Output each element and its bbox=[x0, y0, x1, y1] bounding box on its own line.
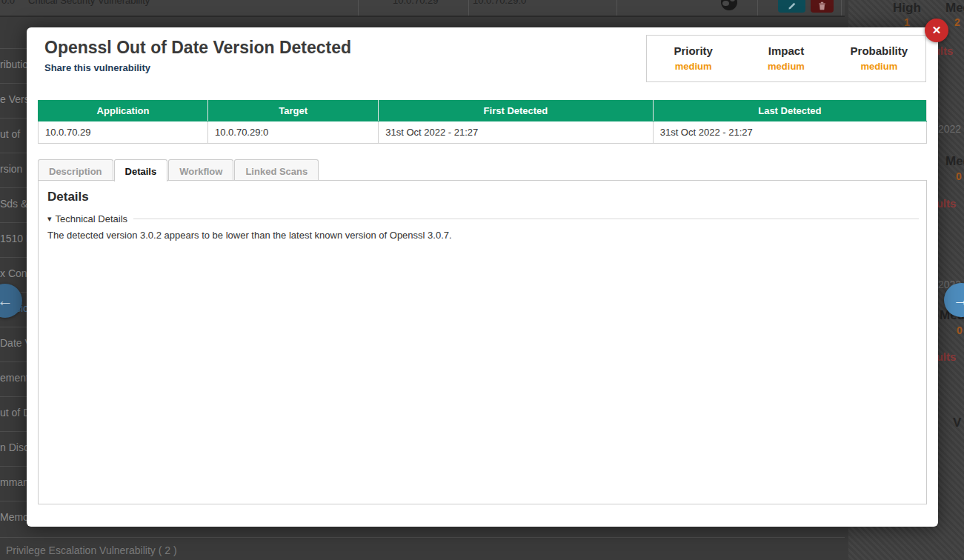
metrics-box: Priority medium Impact medium Probabilit… bbox=[646, 35, 926, 82]
technical-details-text: The detected version 3.0.2 appears to be… bbox=[47, 230, 911, 241]
bg-table-cell-fragment: Critical Security Vulnerability bbox=[28, 0, 150, 6]
tab-linked-scans[interactable]: Linked Scans bbox=[234, 159, 319, 182]
cell-divider bbox=[757, 0, 758, 16]
sidebar-stat-fragment: 0 bbox=[956, 170, 962, 182]
probability-label: Probability bbox=[833, 44, 925, 57]
target-cell: 10.0.70.29:0 bbox=[208, 121, 379, 144]
pencil-icon bbox=[788, 1, 797, 10]
sidebar-stat-fragment: 2 bbox=[954, 16, 960, 28]
share-vulnerability-link[interactable]: Share this vulnerability bbox=[44, 62, 150, 73]
impact-label: Impact bbox=[739, 44, 832, 57]
detection-table: Application Target First Detected Last D… bbox=[38, 100, 927, 144]
sidebar-stat-fragment: 2022 bbox=[938, 123, 961, 135]
edit-button[interactable] bbox=[778, 0, 805, 13]
arrow-left-icon: ← bbox=[0, 291, 13, 310]
panel-heading: Details bbox=[47, 190, 89, 204]
modal-title: Openssl Out of Date Version Detected bbox=[44, 38, 351, 58]
tab-details[interactable]: Details bbox=[114, 159, 168, 181]
tab-workflow[interactable]: Workflow bbox=[168, 159, 233, 182]
priority-metric: Priority medium bbox=[647, 36, 739, 81]
trash-icon bbox=[818, 1, 826, 10]
close-button[interactable]: ✕ bbox=[925, 19, 948, 42]
cell-divider bbox=[841, 0, 842, 16]
vulnerability-detail-modal: Openssl Out of Date Version Detected Sha… bbox=[27, 27, 938, 527]
priority-label: Priority bbox=[647, 44, 739, 57]
cell-divider bbox=[468, 0, 469, 16]
bg-table-cell-fragment: 10.0.70.29:0 bbox=[473, 0, 526, 6]
application-cell: 10.0.70.29 bbox=[39, 121, 208, 144]
table-row: 10.0.70.29 10.0.70.29:0 31st Oct 2022 - … bbox=[39, 121, 927, 144]
sidebar-stat-fragment: High bbox=[893, 1, 921, 16]
technical-details-label: Technical Details bbox=[56, 213, 128, 224]
tab-description[interactable]: Description bbox=[38, 159, 113, 182]
sidebar-stat-fragment: 0 bbox=[957, 324, 963, 336]
delete-button[interactable] bbox=[811, 0, 834, 13]
arrow-right-icon: → bbox=[953, 290, 964, 310]
caret-down-icon: ▾ bbox=[47, 214, 52, 224]
background-table-row: 0.0Critical Security Vulnerability10.0.7… bbox=[0, 0, 845, 17]
bg-table-cell-fragment: 10.0.70.29 bbox=[393, 0, 438, 6]
divider bbox=[0, 537, 845, 538]
tab-bar: Description Details Workflow Linked Scan… bbox=[38, 159, 319, 182]
probability-value: medium bbox=[833, 61, 925, 72]
col-last-detected: Last Detected bbox=[653, 101, 926, 121]
probability-metric: Probability medium bbox=[833, 36, 925, 81]
impact-value: medium bbox=[739, 61, 832, 72]
sidebar-stat-fragment: 1 bbox=[904, 16, 910, 28]
col-target: Target bbox=[208, 101, 379, 121]
sidebar-stat-fragment: Med bbox=[945, 154, 964, 169]
cell-divider bbox=[616, 0, 617, 16]
cell-divider bbox=[358, 0, 359, 16]
divider bbox=[133, 219, 919, 219]
sidebar-stat-fragment: V bbox=[953, 416, 961, 430]
priority-value: medium bbox=[647, 61, 739, 72]
sidebar-stat-fragment: Med bbox=[945, 1, 964, 16]
first-detected-cell: 31st Oct 2022 - 21:27 bbox=[379, 121, 653, 144]
bg-list-item-fragment: Privilege Escalation Vulnerability ( 2 ) bbox=[6, 544, 177, 556]
close-icon: ✕ bbox=[932, 24, 942, 37]
last-detected-cell: 31st Oct 2022 - 21:27 bbox=[653, 121, 926, 144]
col-first-detected: First Detected bbox=[379, 101, 653, 121]
col-application: Application bbox=[39, 101, 208, 121]
details-panel: Details ▾ Technical Details The detected… bbox=[38, 180, 927, 504]
technical-details-toggle[interactable]: ▾ Technical Details bbox=[47, 213, 919, 224]
impact-metric: Impact medium bbox=[739, 36, 832, 81]
bg-table-cell-fragment: 0.0 bbox=[1, 0, 15, 6]
